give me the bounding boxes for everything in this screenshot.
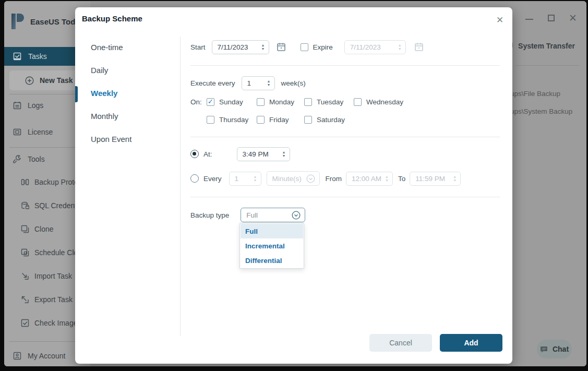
new-task-label: New Task — [40, 76, 73, 85]
to-label: To — [398, 175, 405, 183]
backup-path: ups\File Backup — [510, 90, 560, 98]
system-transfer-label: System Transfer — [518, 42, 575, 50]
sidebar-item-my-account[interactable]: My Account — [13, 352, 65, 360]
day-checkbox-saturday[interactable]: Saturday — [304, 115, 345, 124]
chat-label: Chat — [553, 345, 569, 353]
dropdown-option-incremental[interactable]: Incremental — [241, 238, 303, 253]
start-date-stepper[interactable]: ▲▼ — [261, 43, 265, 51]
tab-weekly[interactable]: Weekly — [91, 89, 169, 99]
sidebar-item-label: Import Task — [34, 272, 72, 280]
sidebar-item-logs[interactable]: Logs — [13, 101, 43, 110]
at-radio[interactable] — [190, 150, 199, 158]
start-calendar-icon[interactable] — [277, 42, 286, 52]
screen: EaseUS Todo Tasks New Task Logs License … — [0, 0, 588, 371]
from-time-stepper: ▲▼ — [385, 175, 389, 182]
interval-count-stepper: ▲▼ — [254, 175, 257, 182]
sidebar-item-license[interactable]: License — [13, 128, 53, 136]
chat-button[interactable]: Chat — [537, 340, 572, 358]
backup-type-select[interactable]: Full — [241, 208, 305, 222]
account-icon — [13, 352, 21, 360]
tools-icon — [13, 154, 21, 163]
week-count-input[interactable]: 1 ▲▼ — [242, 76, 275, 90]
day-checkbox-friday[interactable]: Friday — [257, 115, 289, 124]
every-label: Every — [203, 175, 222, 183]
sidebar-item-label: My Account — [28, 352, 65, 360]
sql-credentials-icon — [21, 201, 29, 210]
sidebar-item-import-task[interactable]: Import Task — [21, 272, 72, 280]
section-divider — [190, 137, 500, 137]
backup-scheme-dialog: Backup Scheme ✕ One-time Daily Weekly Mo… — [75, 7, 512, 364]
chat-icon — [540, 345, 549, 353]
chevron-down-circle-icon — [292, 211, 301, 220]
sidebar-item-label: License — [28, 128, 53, 136]
selected-nav-accent — [75, 86, 78, 102]
sidebar-item-label: Export Task — [34, 295, 73, 304]
day-checkbox-monday[interactable]: Monday — [257, 97, 294, 106]
logs-icon — [13, 101, 21, 110]
backup-path: ups\System Backup — [510, 107, 572, 115]
dropdown-option-differential[interactable]: Differential — [241, 253, 303, 268]
app-title: EaseUS Todo — [30, 17, 80, 26]
sidebar-item-export-task[interactable]: Export Task — [21, 295, 73, 304]
on-label: On: — [190, 98, 202, 106]
weeks-suffix-label: week(s) — [281, 79, 306, 87]
sidebar-section-tools[interactable]: Tools — [13, 154, 45, 163]
sidebar-item-label: Check Image — [34, 319, 77, 327]
dialog-vertical-divider — [180, 37, 181, 336]
dropdown-option-full[interactable]: Full — [241, 224, 303, 238]
from-label: From — [326, 175, 342, 183]
week-count-stepper[interactable]: ▲▼ — [267, 79, 271, 87]
expire-calendar-icon — [414, 42, 424, 52]
to-time-input: 11:59 PM ▲▼ — [410, 172, 461, 186]
tab-monthly[interactable]: Monthly — [91, 112, 169, 122]
cancel-button[interactable]: Cancel — [369, 334, 432, 352]
interval-count-input: 1 ▲▼ — [229, 172, 261, 186]
maximize-button[interactable] — [547, 14, 555, 22]
day-checkbox-tuesday[interactable]: Tuesday — [304, 97, 343, 106]
close-window-button[interactable]: ✕ — [569, 14, 577, 22]
app-window: EaseUS Todo Tasks New Task Logs License … — [4, 1, 586, 366]
start-date-input[interactable]: 7/11/2023 ▲▼ — [212, 40, 269, 54]
license-icon — [13, 128, 21, 136]
app-logo-icon — [10, 14, 24, 29]
sidebar-section-label: Tools — [28, 155, 45, 163]
clone-icon — [21, 225, 29, 233]
day-checkbox-thursday[interactable]: Thursday — [207, 115, 248, 124]
to-time-stepper: ▲▼ — [453, 175, 457, 182]
expire-checkbox[interactable] — [301, 43, 308, 51]
add-button[interactable]: Add — [440, 334, 502, 352]
sidebar-item-label: Clone — [34, 225, 54, 233]
every-radio[interactable] — [190, 174, 199, 183]
day-checkbox-wednesday[interactable]: Wednesday — [354, 97, 403, 106]
export-task-icon — [21, 295, 29, 304]
from-time-input: 12:00 AM ▲▼ — [346, 172, 393, 186]
chevron-down-circle-icon — [306, 174, 315, 183]
tab-daily[interactable]: Daily — [91, 66, 169, 76]
day-checkbox-sunday[interactable]: Sunday — [207, 97, 243, 106]
right-panel-divider — [515, 65, 579, 66]
sidebar-item-check-image[interactable]: Check Image — [21, 319, 77, 327]
sidebar-item-label: Logs — [28, 101, 43, 110]
execute-every-label: Execute every — [190, 79, 235, 87]
at-label: At: — [203, 150, 212, 158]
backup-protect-icon — [21, 178, 29, 186]
tab-upon-event[interactable]: Upon Event — [91, 135, 169, 145]
minimize-button[interactable] — [525, 14, 533, 22]
system-transfer-button[interactable]: System Transfer — [505, 42, 575, 50]
check-image-icon — [21, 319, 29, 327]
expire-label: Expire — [313, 43, 333, 51]
at-time-input[interactable]: 3:49 PM ▲▼ — [237, 147, 290, 161]
sidebar-item-clone[interactable]: Clone — [21, 225, 54, 233]
import-task-icon — [21, 272, 29, 280]
interval-unit-select: Minute(s) — [267, 171, 320, 186]
plus-circle-icon — [25, 76, 34, 85]
expire-date-input: 7/11/2023 ▲▼ — [344, 40, 406, 54]
backup-type-dropdown: Full Incremental Differential — [239, 223, 304, 269]
tab-one-time[interactable]: One-time — [91, 43, 169, 53]
start-label: Start — [190, 43, 206, 51]
section-divider — [190, 65, 500, 66]
dialog-close-button[interactable]: ✕ — [494, 14, 506, 26]
backup-type-label: Backup type — [190, 211, 229, 219]
expire-date-stepper: ▲▼ — [398, 43, 402, 51]
at-time-stepper[interactable]: ▲▼ — [282, 150, 286, 158]
